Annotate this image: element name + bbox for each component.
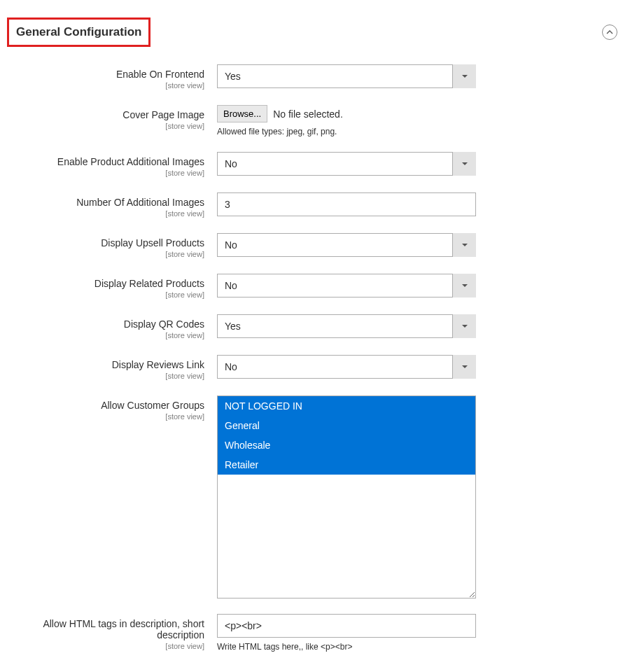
field-customer-groups: Allow Customer Groups [store view] NOT L…: [7, 396, 623, 598]
option-wholesale[interactable]: Wholesale: [218, 435, 475, 455]
collapse-toggle[interactable]: [602, 24, 617, 40]
label-display-upsell: Display Upsell Products: [101, 237, 204, 248]
label-customer-groups: Allow Customer Groups: [101, 400, 204, 411]
option-retailer[interactable]: Retailer: [218, 455, 475, 475]
field-display-upsell: Display Upsell Products [store view] No: [7, 233, 623, 258]
multiselect-customer-groups[interactable]: NOT LOGGED IN General Wholesale Retailer: [217, 396, 476, 598]
field-enable-additional-images: Enable Product Additional Images [store …: [7, 152, 623, 177]
label-number-additional-images: Number Of Additional Images: [76, 197, 204, 208]
field-enable-frontend: Enable On Frontend [store view] Yes: [7, 64, 623, 90]
field-display-related: Display Related Products [store view] No: [7, 274, 623, 299]
field-display-qr: Display QR Codes [store view] Yes: [7, 314, 623, 340]
select-display-related[interactable]: No: [217, 274, 476, 298]
label-enable-frontend: Enable On Frontend: [116, 69, 204, 80]
field-number-additional-images: Number Of Additional Images [store view]: [7, 192, 623, 218]
input-allow-html[interactable]: [217, 614, 476, 638]
scope-label: [store view]: [7, 642, 204, 650]
browse-button[interactable]: Browse...: [217, 105, 267, 122]
scope-label: [store view]: [7, 372, 204, 380]
hint-allow-html: Write HTML tags here,, like <p><br>: [217, 642, 476, 652]
select-display-reviews[interactable]: No: [217, 355, 476, 379]
label-display-related: Display Related Products: [94, 278, 204, 289]
scope-label: [store view]: [7, 209, 204, 218]
input-number-additional-images[interactable]: [217, 192, 476, 216]
hint-cover-page-image: Allowed file types: jpeg, gif, png.: [217, 127, 476, 136]
select-display-upsell[interactable]: No: [217, 233, 476, 257]
scope-label: [store view]: [7, 169, 204, 177]
select-display-qr[interactable]: Yes: [217, 314, 476, 338]
label-allow-html: Allow HTML tags in description, short de…: [43, 618, 204, 640]
scope-label: [store view]: [7, 331, 204, 340]
label-display-reviews: Display Reviews Link: [112, 359, 204, 370]
scope-label: [store view]: [7, 81, 204, 90]
scope-label: [store view]: [7, 290, 204, 299]
field-display-reviews: Display Reviews Link [store view] No: [7, 355, 623, 380]
option-general[interactable]: General: [218, 416, 475, 435]
label-display-qr: Display QR Codes: [124, 318, 204, 330]
config-fields: Enable On Frontend [store view] Yes Cove…: [0, 64, 630, 672]
select-enable-frontend[interactable]: Yes: [217, 64, 476, 88]
label-cover-page-image: Cover Page Image: [122, 109, 204, 120]
field-cover-page-image: Cover Page Image [store view] Browse... …: [7, 105, 623, 136]
scope-label: [store view]: [7, 250, 204, 258]
field-allow-html: Allow HTML tags in description, short de…: [7, 614, 623, 652]
chevron-up-icon: [606, 27, 613, 38]
label-enable-additional-images: Enable Product Additional Images: [57, 156, 204, 167]
scope-label: [store view]: [7, 122, 204, 130]
select-enable-additional-images[interactable]: No: [217, 152, 476, 176]
section-title: General Configuration: [7, 18, 150, 47]
option-not-logged-in[interactable]: NOT LOGGED IN: [218, 396, 475, 416]
scope-label: [store view]: [7, 412, 204, 421]
file-status: No file selected.: [273, 108, 343, 120]
